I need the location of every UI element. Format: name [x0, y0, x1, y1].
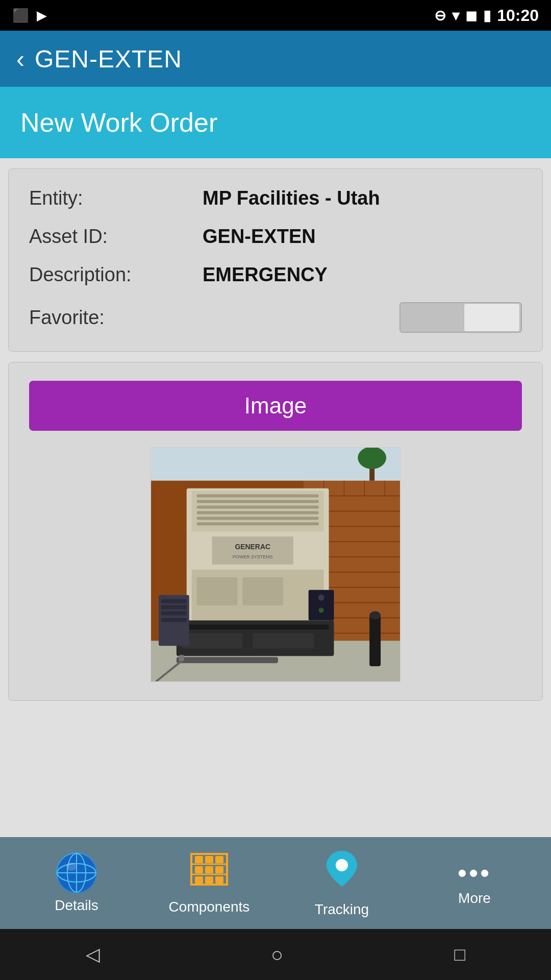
svg-rect-44 — [369, 616, 381, 667]
nav-item-details[interactable]: Details — [10, 852, 143, 914]
svg-rect-64 — [205, 856, 213, 863]
nav-item-tracking[interactable]: Tracking — [276, 848, 408, 918]
svg-rect-67 — [205, 866, 213, 873]
entity-value: MP Facilities - Utah — [203, 187, 380, 209]
location-icon — [324, 848, 360, 897]
asset-image[interactable]: GENERAC POWER SYSTEMS — [151, 447, 400, 682]
svg-rect-41 — [309, 590, 334, 621]
clock: 10:20 — [497, 6, 539, 25]
favorite-label: Favorite: — [29, 307, 203, 329]
nav-item-more[interactable]: ••• More — [408, 860, 541, 906]
svg-rect-46 — [177, 657, 278, 663]
toggle-thumb — [464, 303, 520, 332]
image-button[interactable]: Image — [29, 381, 522, 431]
warehouse-icon — [189, 851, 230, 895]
asset-id-label: Asset ID: — [29, 226, 203, 248]
svg-rect-36 — [242, 577, 283, 605]
nav-label-tracking: Tracking — [315, 901, 369, 918]
nav-label-more: More — [458, 890, 491, 906]
svg-rect-52 — [161, 618, 187, 622]
android-recent-button[interactable]: □ — [455, 944, 466, 965]
play-store-icon: ▶ — [37, 8, 47, 23]
svg-rect-39 — [182, 633, 242, 648]
info-card: Entity: MP Facilities - Utah Asset ID: G… — [8, 168, 543, 352]
dnd-icon: ⊖ — [434, 7, 446, 24]
back-button[interactable]: ‹ — [16, 45, 24, 73]
favorite-toggle[interactable]: OFF — [399, 302, 522, 333]
svg-rect-29 — [197, 517, 319, 520]
status-bar: ⬛ ▶ ⊖ ▾ ◼ ▮ 10:20 — [0, 0, 551, 31]
wifi-icon: ▾ — [452, 7, 459, 24]
generator-svg: GENERAC POWER SYSTEMS — [151, 448, 400, 681]
asset-id-value: GEN-EXTEN — [203, 226, 316, 248]
svg-rect-70 — [205, 876, 213, 884]
bottom-nav: Details C — [0, 837, 551, 929]
battery-icon: ▮ — [483, 7, 491, 24]
svg-point-59 — [66, 863, 77, 871]
asset-image-container: GENERAC POWER SYSTEMS — [29, 447, 522, 682]
signal-icon: ◼ — [465, 7, 477, 24]
svg-point-45 — [369, 611, 381, 620]
svg-rect-30 — [197, 522, 319, 525]
android-home-button[interactable]: ○ — [271, 943, 283, 966]
status-bar-left: ⬛ ▶ — [12, 8, 47, 23]
photo-icon: ⬛ — [12, 8, 29, 23]
description-row: Description: EMERGENCY — [29, 264, 522, 286]
favorite-row: Favorite: OFF — [29, 302, 522, 333]
android-back-button[interactable]: ◁ — [86, 944, 100, 965]
favorite-toggle-container: OFF — [399, 302, 522, 333]
description-value: EMERGENCY — [203, 264, 328, 286]
work-order-banner: New Work Order — [0, 87, 551, 158]
svg-rect-71 — [215, 876, 223, 884]
entity-label: Entity: — [29, 187, 203, 209]
svg-point-72 — [336, 859, 348, 871]
svg-rect-49 — [161, 599, 187, 603]
globe-icon — [56, 852, 97, 893]
entity-row: Entity: MP Facilities - Utah — [29, 187, 522, 209]
svg-rect-26 — [197, 500, 319, 503]
nav-item-components[interactable]: Components — [143, 851, 276, 915]
work-order-title: New Work Order — [20, 108, 217, 137]
nav-label-details: Details — [55, 897, 98, 914]
svg-text:GENERAC: GENERAC — [235, 543, 270, 551]
asset-id-row: Asset ID: GEN-EXTEN — [29, 226, 522, 248]
svg-point-22 — [358, 448, 386, 469]
app-bar-title: GEN-EXTEN — [35, 45, 182, 73]
svg-rect-50 — [161, 605, 187, 609]
svg-rect-25 — [197, 495, 319, 498]
svg-rect-63 — [195, 856, 203, 863]
svg-rect-66 — [195, 866, 203, 873]
svg-point-43 — [319, 608, 324, 613]
nav-label-components: Components — [169, 899, 250, 915]
svg-rect-28 — [197, 511, 319, 514]
svg-point-42 — [318, 595, 324, 601]
app-bar: ‹ GEN-EXTEN — [0, 31, 551, 87]
image-card: Image — [8, 362, 543, 701]
svg-rect-38 — [182, 624, 329, 629]
more-dots-icon: ••• — [458, 860, 492, 886]
svg-rect-40 — [253, 633, 313, 648]
svg-rect-51 — [161, 611, 187, 616]
svg-rect-69 — [195, 876, 203, 884]
description-label: Description: — [29, 264, 203, 286]
status-bar-right: ⊖ ▾ ◼ ▮ 10:20 — [434, 6, 539, 25]
svg-rect-47 — [179, 655, 184, 661]
svg-rect-35 — [197, 577, 238, 605]
svg-text:POWER SYSTEMS: POWER SYSTEMS — [233, 554, 273, 559]
svg-rect-68 — [215, 866, 223, 873]
svg-rect-27 — [197, 506, 319, 509]
android-nav: ◁ ○ □ — [0, 929, 551, 980]
svg-rect-65 — [215, 856, 223, 863]
